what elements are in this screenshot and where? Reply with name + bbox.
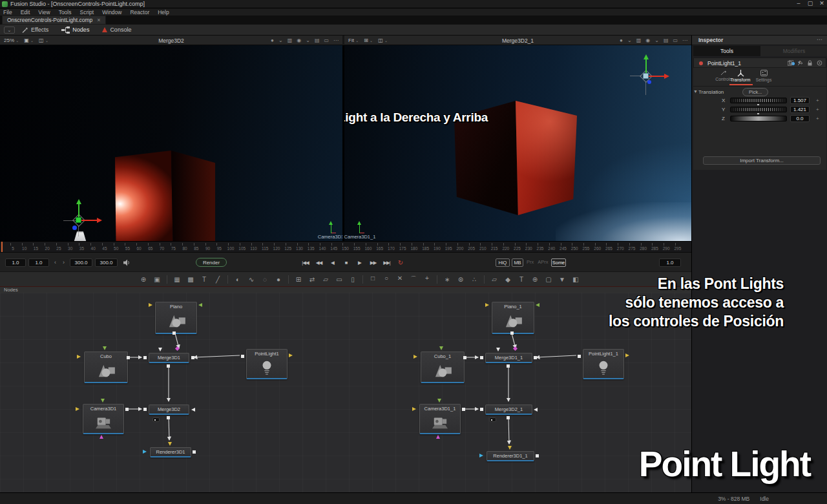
split-wipe-icon[interactable]: ▥ — [288, 37, 293, 43]
saver-icon[interactable]: ▣ — [153, 276, 161, 283]
gridwarp-icon[interactable]: ∴ — [470, 276, 478, 283]
frame-icon[interactable]: ▭ — [673, 37, 678, 43]
x-axis-handle[interactable] — [81, 220, 97, 221]
merge-icon[interactable]: ⊞ — [295, 276, 302, 283]
node-piano_1[interactable]: Piano_1 — [492, 302, 534, 334]
menu-edit[interactable]: Edit — [21, 9, 30, 16]
node-port-tu[interactable] — [99, 435, 103, 439]
node-port-tr[interactable] — [412, 407, 416, 411]
nodes-button[interactable]: Nodes — [55, 25, 96, 36]
node-port-td[interactable] — [496, 348, 500, 352]
node-port-sq[interactable] — [191, 356, 194, 359]
colorcorrector-icon[interactable]: ◐ — [234, 276, 242, 283]
node-port-sq[interactable] — [241, 355, 244, 358]
camera3d-icon[interactable]: ▢ — [545, 276, 552, 283]
node-piano[interactable]: Piano — [155, 302, 197, 334]
node-merge3d1[interactable]: Merge3D1 — [149, 353, 189, 363]
stop-button[interactable]: ■ — [340, 258, 352, 267]
quality-aprx-button[interactable]: APrx — [537, 258, 549, 267]
minimize-button[interactable]: – — [793, 0, 804, 6]
viewer-menu-icon[interactable]: ⋯ — [682, 37, 687, 43]
lut-icon[interactable]: ▤ — [664, 37, 669, 43]
node-port-td[interactable] — [437, 399, 441, 403]
dissolve-icon[interactable]: ⇄ — [308, 276, 316, 283]
node-camera3d1[interactable]: Camera3D1 — [83, 404, 124, 434]
node-port-tl[interactable] — [191, 408, 195, 412]
menu-file[interactable]: File — [3, 9, 12, 16]
pin-icon[interactable] — [797, 60, 803, 66]
inspector-menu-icon[interactable]: ⋯ — [817, 36, 822, 43]
spotlight-icon[interactable]: ▼ — [558, 276, 566, 283]
node-port-tr[interactable] — [485, 303, 489, 307]
node-port-tr[interactable] — [625, 353, 629, 357]
node-port-sq[interactable] — [578, 355, 581, 358]
crop-icon[interactable]: ▯ — [349, 276, 357, 283]
loader-icon[interactable]: ⊕ — [140, 276, 147, 283]
node-port-tr[interactable] — [76, 407, 79, 411]
node-camera3d1_1[interactable]: Camera3D1_1 — [419, 404, 461, 434]
node-merge3d2_1[interactable]: Merge3D2_1 — [485, 404, 532, 415]
node-port-badge[interactable] — [152, 417, 160, 422]
frame-icon[interactable]: ▭ — [324, 37, 329, 43]
x-slider[interactable] — [730, 98, 787, 103]
imageplane3d-icon[interactable]: ▱ — [490, 276, 498, 283]
comp-end-field[interactable]: 300.0 — [95, 258, 118, 267]
node-port-sq[interactable] — [463, 356, 466, 359]
tab-tools[interactable]: Tools — [693, 46, 760, 56]
blur-icon[interactable]: ◌ — [261, 276, 269, 283]
node-port-sq[interactable] — [167, 364, 170, 368]
tab-modifiers[interactable]: Modifiers — [760, 46, 827, 56]
node-port-sq[interactable] — [167, 416, 170, 419]
colorcurves-icon[interactable]: ∿ — [247, 276, 255, 283]
transform-icon[interactable]: ▱ — [322, 276, 330, 283]
play-button[interactable]: ▶ — [353, 258, 366, 267]
node-port-tl[interactable] — [534, 408, 538, 412]
node-port-sq[interactable] — [125, 408, 129, 411]
shape3d-icon[interactable]: ◆ — [504, 276, 512, 283]
timeline-ruler[interactable]: 5101520253035404550556065707580859095100… — [0, 241, 691, 252]
node-cubo_1[interactable]: Cubo_1 — [421, 352, 465, 383]
node-renderer3d1_1[interactable]: Renderer3D1_1 — [487, 451, 534, 461]
x-value-field[interactable]: 1.507 — [790, 97, 810, 104]
node-port-sq[interactable] — [193, 450, 196, 454]
background-icon[interactable]: ▦ — [173, 276, 181, 283]
gizmo-center-cube[interactable] — [76, 217, 81, 223]
tracker-icon[interactable]: ∗ — [443, 276, 451, 283]
menu-view[interactable]: View — [38, 9, 50, 16]
z-axis-handle[interactable] — [72, 226, 77, 230]
gizmo-center-cube[interactable] — [643, 73, 649, 79]
rectangle-mask-icon[interactable]: □ — [369, 275, 377, 284]
toolbar-dropdown-button[interactable]: ⌄ — [4, 26, 15, 34]
menu-reactor[interactable]: Reactor — [130, 9, 149, 16]
import-transform-button[interactable]: Import Transform... — [703, 156, 821, 165]
play-rate-field[interactable]: 1.0 — [659, 258, 681, 267]
versions-icon[interactable] — [788, 60, 793, 66]
step-back-button[interactable]: ‹ — [54, 259, 56, 266]
playhead[interactable] — [1, 242, 3, 252]
menu-script[interactable]: Script — [79, 9, 94, 16]
node-port-sq[interactable] — [507, 416, 510, 419]
y-slider[interactable] — [730, 107, 787, 112]
ellipse-mask-icon[interactable]: ○ — [382, 275, 390, 284]
viewer-right-canvas[interactable]: Point Light a la Derecha y Arriba Camera… — [344, 45, 691, 241]
node-color-dot[interactable] — [699, 61, 703, 65]
comp-tab[interactable]: OnscreenControls-PointLight.comp × — [2, 16, 106, 25]
x-axis-handle[interactable] — [649, 76, 664, 77]
merge3d-icon[interactable]: ⊕ — [531, 276, 539, 283]
effects-button[interactable]: Effects — [15, 25, 55, 36]
wand-mask-icon[interactable]: + — [423, 275, 431, 284]
z-value-field[interactable]: 0.0 — [790, 115, 810, 122]
quality-hiq-button[interactable]: HiQ — [496, 258, 510, 267]
node-pointlight1_1[interactable]: PointLight1_1 — [583, 349, 624, 379]
tab-transform[interactable]: Transform — [729, 69, 751, 82]
quality-prx-button[interactable]: Prx — [525, 258, 535, 267]
node-port-tr[interactable] — [149, 303, 152, 307]
text3d-icon[interactable]: T — [518, 276, 525, 283]
node-port-tr[interactable] — [143, 450, 147, 454]
step-forward-button[interactable]: › — [63, 259, 65, 266]
section-collapse-icon[interactable]: ▼ — [693, 89, 698, 94]
node-port-sq[interactable] — [507, 364, 510, 368]
viewport-divider[interactable] — [342, 45, 344, 241]
fastnoise-icon[interactable]: ▩ — [187, 276, 194, 283]
caret-icon[interactable]: ⌄ — [627, 37, 632, 43]
